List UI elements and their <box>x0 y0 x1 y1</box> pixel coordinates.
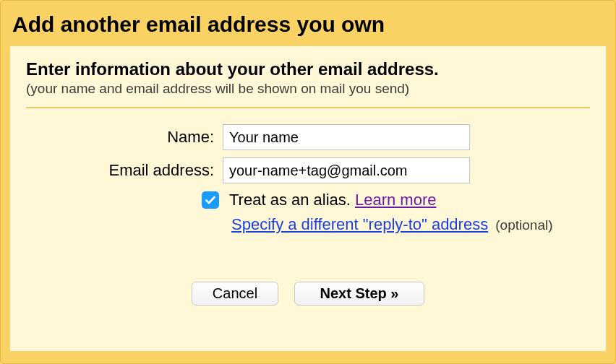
name-label: Name: <box>26 128 223 147</box>
learn-more-link[interactable]: Learn more <box>355 191 437 209</box>
cancel-button[interactable]: Cancel <box>192 282 278 306</box>
next-step-button[interactable]: Next Step » <box>294 282 424 306</box>
alias-checkbox[interactable] <box>202 191 219 209</box>
alias-label: Treat as an alias. <box>229 191 351 209</box>
email-input[interactable] <box>223 157 470 183</box>
dialog-title: Add another email address you own <box>12 12 604 37</box>
email-label: Email address: <box>26 161 223 180</box>
name-input[interactable] <box>223 124 470 150</box>
check-icon <box>205 194 216 206</box>
divider <box>26 107 590 108</box>
panel-subheading: (your name and email address will be sho… <box>26 81 590 97</box>
optional-label: (optional) <box>495 217 552 233</box>
panel-heading: Enter information about your other email… <box>26 59 590 79</box>
reply-to-link[interactable]: Specify a different "reply-to" address <box>231 215 488 233</box>
content-panel: Enter information about your other email… <box>9 46 607 352</box>
